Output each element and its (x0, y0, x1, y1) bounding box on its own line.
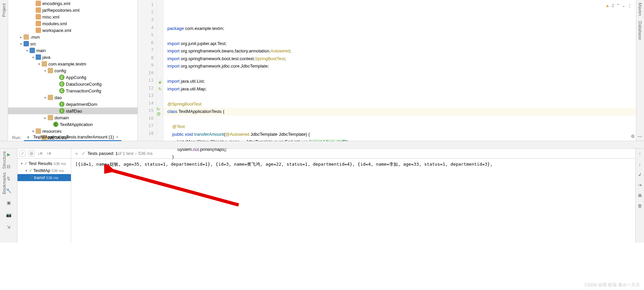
test-label: transf (34, 175, 45, 180)
tree-item[interactable]: main (8, 47, 137, 54)
tree-item[interactable]: CTransactionConfig (8, 87, 137, 94)
chevron-icon[interactable] (42, 95, 48, 100)
print-icon[interactable]: 🖶 (638, 193, 642, 198)
test-row[interactable]: ✓transf536 ms (17, 174, 71, 181)
test-row[interactable]: ✓TextMAp536 ms (17, 167, 71, 174)
tree-item[interactable]: .mvn (8, 34, 137, 40)
rail-maven-label[interactable]: Maven (636, 0, 644, 18)
check-icon: ✓ (29, 168, 33, 173)
close-icon[interactable]: × (116, 134, 119, 139)
sort-icon[interactable]: ↓≡ (37, 151, 43, 157)
watermark: CSDN @跟 耿瑞 卷出一片天 (585, 282, 640, 288)
rail-bookmarks-label[interactable]: Bookmarks (2, 172, 7, 194)
chevron-icon[interactable] (30, 54, 36, 60)
tree-item[interactable]: workspace.xml (8, 27, 137, 34)
rail-project-label[interactable]: Project (1, 3, 6, 17)
inspection-summary[interactable]: ▲ 2 ⌃ ⌄ ⋮ (605, 2, 632, 10)
tree-item-label: TransactionConfig (66, 88, 101, 93)
chevron-icon[interactable] (18, 41, 24, 46)
console-output[interactable]: [{id=1, name=赵敏, age=35, status=1, depar… (71, 159, 635, 170)
chevron-icon[interactable] (36, 61, 42, 67)
tree-item[interactable]: java (8, 54, 137, 60)
rail-database-label[interactable]: Database (636, 18, 644, 43)
tree-item[interactable]: CDataSourceConfig (8, 81, 137, 87)
chevron-icon[interactable] (24, 168, 29, 173)
xml-icon (36, 1, 41, 6)
chevron-down-icon[interactable]: ⌄ (622, 2, 626, 10)
int-icon: I (59, 108, 65, 114)
tree-item[interactable]: config (8, 67, 137, 74)
tree-item-label: com.example.textm (48, 61, 86, 67)
fld-icon (48, 95, 53, 100)
chevron-icon[interactable] (42, 115, 48, 120)
filter-pass-icon[interactable]: ✓ (19, 151, 26, 157)
rail-structure-label[interactable]: Structure (2, 151, 7, 169)
sort2-icon[interactable]: ↑≡ (46, 151, 52, 157)
tree-item[interactable]: resources (8, 128, 137, 134)
editor-gutter-numbers: 123456789101112131415161718 (138, 0, 157, 141)
int-icon: I (59, 101, 65, 107)
tests-passed-prefix: Tests passed: 1 (87, 151, 118, 156)
tree-item[interactable]: modules.xml (8, 20, 137, 27)
more-icon[interactable]: ⋮ (628, 2, 632, 10)
scroll-end-icon[interactable]: ⇥ (638, 182, 642, 188)
chevron-icon[interactable] (19, 161, 24, 166)
fld-b-icon (30, 48, 35, 53)
tree-item-label: departmentDom (66, 102, 97, 107)
test-output-panel[interactable]: » ✓ Tests passed: 1 of 1 test – 536 ms [… (71, 149, 635, 243)
project-tree[interactable]: encodings.xmljarRepositories.xmlmisc.xml… (8, 0, 138, 141)
run-tab[interactable]: ⏵ TextMApplicationTests.transferAmount (… (24, 134, 121, 141)
tree-item-label: main (36, 48, 46, 53)
tree-item[interactable]: CAppConfig (8, 74, 137, 81)
check-icon: ✓ (24, 161, 28, 166)
check-icon: ✓ (82, 151, 85, 156)
tree-item[interactable]: com.example.textm (8, 60, 137, 67)
tree-item[interactable]: IdepartmentDom (8, 101, 137, 108)
chevron-up-icon[interactable]: ⌃ (616, 2, 620, 10)
settings-icon[interactable]: ⚙ (631, 134, 635, 139)
right-tool-rail: Maven Database (636, 0, 644, 141)
minimize-icon[interactable]: — (638, 134, 642, 139)
pin-icon[interactable]: ▣ (5, 199, 12, 206)
leaf-icon: C (53, 122, 58, 127)
tree-item-label: config (54, 68, 66, 73)
tree-item-label: java (42, 55, 50, 60)
test-duration: 536 ms (46, 176, 58, 180)
tree-item[interactable]: CTextMApplication (8, 121, 137, 128)
output-action-bar: ↑ ↓ ↲ ⇥ 🖶 🗑 (635, 149, 644, 243)
code-editor[interactable]: 123456789101112131415161718 🍃↻↻ @ ▲ 2 ⌃ … (138, 0, 636, 141)
tree-item[interactable]: misc.xml (8, 13, 137, 20)
filter-ignore-icon[interactable]: ⊘ (28, 151, 34, 157)
tree-item-label: domain (54, 115, 69, 120)
up-icon[interactable]: ↑ (639, 151, 641, 156)
chevron-icon[interactable] (24, 48, 30, 53)
trash-icon[interactable]: 🗑 (638, 203, 642, 208)
cls-icon: C (59, 75, 65, 80)
test-duration: 536 ms (54, 162, 66, 166)
tree-item[interactable]: src (8, 40, 137, 47)
tree-item[interactable]: domain (8, 114, 137, 121)
camera-icon[interactable]: 📷 (5, 211, 12, 218)
test-row[interactable]: ✓Test Results536 ms (17, 160, 71, 167)
tree-item-label: modules.xml (42, 21, 67, 26)
tree-item-label: resources (42, 129, 62, 134)
tree-item[interactable]: IstaffDao (8, 108, 137, 114)
down-icon[interactable]: ↓ (639, 162, 641, 167)
history-icon[interactable]: » (75, 151, 78, 156)
export-icon[interactable]: ⇲ (5, 223, 12, 231)
chevron-icon[interactable] (18, 34, 24, 40)
soft-wrap-icon[interactable]: ↲ (638, 172, 642, 177)
tree-item[interactable]: jarRepositories.xml (8, 7, 137, 13)
tree-item[interactable]: dao (8, 94, 137, 101)
chevron-icon[interactable] (30, 128, 36, 134)
cls-icon: C (59, 88, 65, 93)
warning-count: 2 (612, 2, 614, 10)
test-tree-panel[interactable]: ✓ ⊘ ↓≡ ↑≡ ✓Test Results536 ms✓TextMAp536… (17, 149, 71, 243)
code-area[interactable]: ▲ 2 ⌃ ⌄ ⋮ package com.example.textm; imp… (163, 0, 636, 141)
tree-item-label: DataSourceConfig (66, 82, 102, 87)
xml-icon (36, 28, 41, 33)
cls-icon: C (59, 81, 65, 87)
chevron-icon[interactable] (42, 68, 48, 73)
tree-item[interactable]: encodings.xml (8, 0, 137, 7)
tree-item-label: TextMApplication (60, 122, 93, 127)
